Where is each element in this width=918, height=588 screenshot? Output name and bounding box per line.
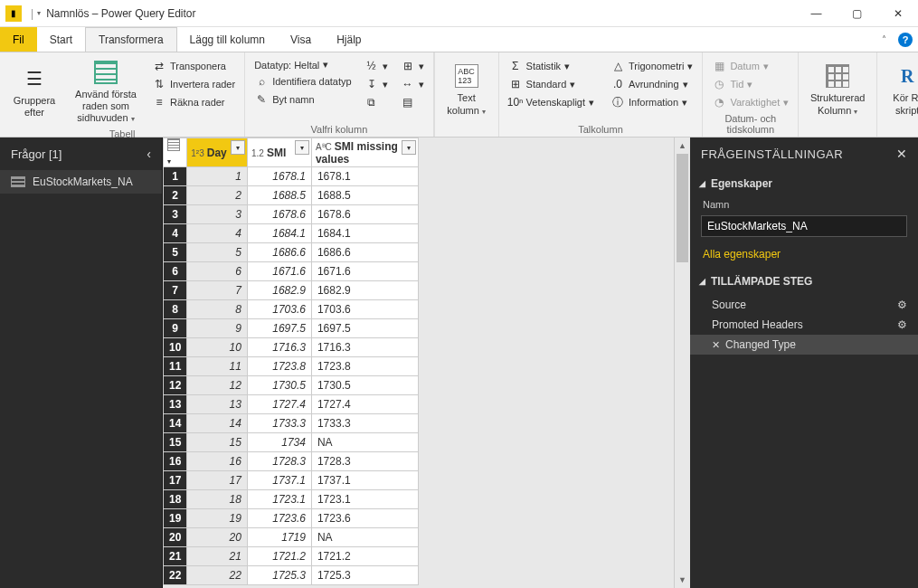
scroll-up-icon[interactable]: ▲: [675, 138, 690, 154]
close-button[interactable]: ✕: [877, 0, 918, 27]
cell-smi[interactable]: 1723.8: [247, 357, 311, 376]
cell-smi[interactable]: 1721.2: [247, 547, 311, 566]
column-header-missing[interactable]: AᴮCSMI missing values ▾: [311, 138, 418, 167]
cell-missing[interactable]: 1723.6: [311, 509, 418, 528]
cell-missing[interactable]: 1723.1: [311, 490, 418, 509]
cell-day[interactable]: 9: [187, 319, 248, 338]
gear-icon[interactable]: ⚙: [897, 318, 907, 331]
scroll-thumb[interactable]: [677, 154, 688, 262]
row-number[interactable]: 11: [164, 357, 187, 376]
cell-missing[interactable]: 1730.5: [311, 376, 418, 395]
queries-collapse-icon[interactable]: ‹: [147, 147, 151, 161]
row-number[interactable]: 10: [164, 338, 187, 357]
column-header-day[interactable]: 1²3Day ▾: [187, 138, 248, 167]
convert-list-button[interactable]: ▤: [399, 94, 426, 110]
table-row[interactable]: 221688.51688.5: [164, 186, 419, 205]
cell-day[interactable]: 16: [187, 452, 248, 471]
row-number[interactable]: 5: [164, 243, 187, 262]
tab-lägg-till-kolumn[interactable]: Lägg till kolumn: [177, 27, 278, 52]
cell-smi[interactable]: 1678.1: [247, 167, 311, 186]
cell-missing[interactable]: 1725.3: [311, 566, 418, 585]
table-row[interactable]: 10101716.31716.3: [164, 338, 419, 357]
trig-button[interactable]: △Trigonometri ▾: [609, 58, 695, 74]
row-number[interactable]: 1: [164, 167, 187, 186]
query-item[interactable]: EuStockMarkets_NA: [0, 170, 162, 194]
cell-day[interactable]: 19: [187, 509, 248, 528]
time-button[interactable]: ◷Tid ▾: [710, 76, 790, 92]
use-first-row-headers-button[interactable]: Använd första raden som sidhuvuden ▾: [65, 56, 147, 127]
cell-day[interactable]: 10: [187, 338, 248, 357]
fill-button[interactable]: ↧▾: [363, 76, 390, 92]
cell-smi[interactable]: 1734: [247, 433, 311, 452]
row-number[interactable]: 2: [164, 186, 187, 205]
cell-smi[interactable]: 1684.1: [247, 224, 311, 243]
row-number[interactable]: 15: [164, 433, 187, 452]
table-row[interactable]: 881703.61703.6: [164, 300, 419, 319]
datatype-button[interactable]: Datatyp: Heltal ▾: [252, 58, 353, 71]
tab-hjälp[interactable]: Hjälp: [324, 27, 374, 52]
cell-smi[interactable]: 1716.3: [247, 338, 311, 357]
settings-close-icon[interactable]: ✕: [896, 147, 908, 161]
column-header-smi[interactable]: 1.2SMI ▾: [247, 138, 311, 167]
cell-missing[interactable]: 1697.5: [311, 319, 418, 338]
cell-missing[interactable]: NA: [311, 433, 418, 452]
row-number[interactable]: 17: [164, 471, 187, 490]
cell-day[interactable]: 2: [187, 186, 248, 205]
standard-button[interactable]: ⊞Standard ▾: [506, 76, 596, 92]
filter-day-icon[interactable]: ▾: [231, 140, 245, 155]
table-row[interactable]: 17171737.11737.1: [164, 471, 419, 490]
cell-missing[interactable]: 1737.1: [311, 471, 418, 490]
move-button[interactable]: ↔▾: [399, 76, 426, 92]
all-properties-link[interactable]: Alla egenskaper: [690, 241, 918, 268]
cell-missing[interactable]: 1678.6: [311, 205, 418, 224]
cell-smi[interactable]: 1697.5: [247, 319, 311, 338]
row-number[interactable]: 12: [164, 376, 187, 395]
replace-values-button[interactable]: ½▾: [363, 58, 390, 74]
cell-day[interactable]: 18: [187, 490, 248, 509]
cell-missing[interactable]: 1716.3: [311, 338, 418, 357]
cell-smi[interactable]: 1727.4: [247, 395, 311, 414]
table-row[interactable]: 19191723.61723.6: [164, 509, 419, 528]
table-row[interactable]: 441684.11684.1: [164, 224, 419, 243]
cell-day[interactable]: 21: [187, 547, 248, 566]
cell-smi[interactable]: 1671.6: [247, 262, 311, 281]
pivot-button[interactable]: ⧉: [363, 94, 390, 110]
cell-day[interactable]: 20: [187, 528, 248, 547]
applied-step[interactable]: Source⚙: [690, 295, 918, 315]
cell-day[interactable]: 6: [187, 262, 248, 281]
table-row[interactable]: 16161728.31728.3: [164, 452, 419, 471]
cell-missing[interactable]: 1678.1: [311, 167, 418, 186]
maximize-button[interactable]: ▢: [837, 0, 877, 27]
cell-missing[interactable]: 1723.8: [311, 357, 418, 376]
filter-smi-icon[interactable]: ▾: [295, 140, 309, 155]
gear-icon[interactable]: ⚙: [897, 299, 907, 311]
row-number[interactable]: 7: [164, 281, 187, 300]
table-row[interactable]: 21211721.21721.2: [164, 547, 419, 566]
cell-day[interactable]: 11: [187, 357, 248, 376]
row-number[interactable]: 16: [164, 452, 187, 471]
row-number[interactable]: 21: [164, 547, 187, 566]
row-number[interactable]: 13: [164, 395, 187, 414]
run-r-script-button[interactable]: R Kör R-skript: [885, 56, 918, 122]
applied-steps-section[interactable]: ◢TILLÄMPADE STEG: [690, 268, 918, 295]
row-number[interactable]: 18: [164, 490, 187, 509]
table-row[interactable]: 18181723.11723.1: [164, 490, 419, 509]
cell-day[interactable]: 3: [187, 205, 248, 224]
row-number[interactable]: 3: [164, 205, 187, 224]
row-number[interactable]: 9: [164, 319, 187, 338]
row-number[interactable]: 4: [164, 224, 187, 243]
cell-smi[interactable]: 1686.6: [247, 243, 311, 262]
reverse-rows-button[interactable]: ⇅Invertera rader: [150, 76, 237, 92]
cell-day[interactable]: 5: [187, 243, 248, 262]
date-button[interactable]: ▦Datum ▾: [710, 58, 790, 74]
vertical-scrollbar[interactable]: ▲ ▼: [674, 138, 690, 588]
cell-missing[interactable]: 1686.6: [311, 243, 418, 262]
cell-smi[interactable]: 1723.1: [247, 490, 311, 509]
table-row[interactable]: 991697.51697.5: [164, 319, 419, 338]
properties-section[interactable]: ◢Egenskaper: [690, 170, 918, 197]
table-corner[interactable]: ▾: [164, 138, 187, 167]
cell-missing[interactable]: 1733.3: [311, 414, 418, 433]
delete-step-icon[interactable]: ✕: [712, 339, 720, 350]
row-number[interactable]: 20: [164, 528, 187, 547]
row-number[interactable]: 19: [164, 509, 187, 528]
